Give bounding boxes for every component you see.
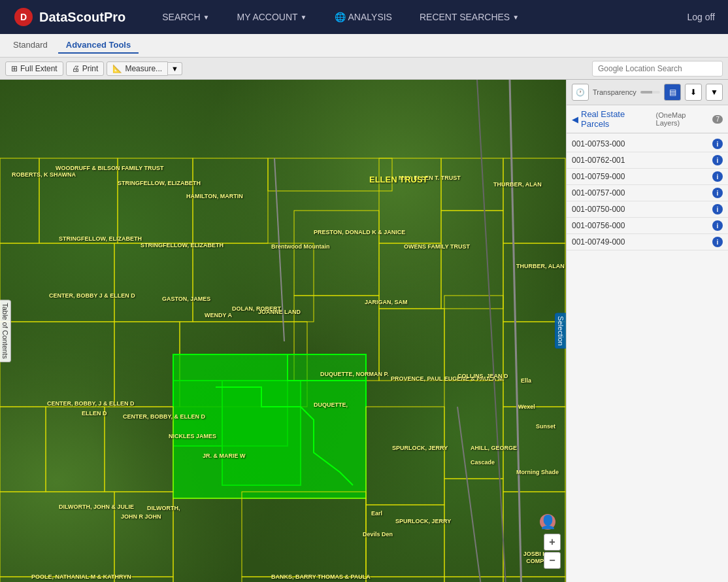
svg-rect-47 bbox=[503, 577, 565, 582]
svg-rect-3 bbox=[39, 158, 118, 243]
parcel-info-icon-3[interactable]: i bbox=[712, 188, 723, 198]
parcel-item-5[interactable]: 001-00756-000i bbox=[567, 218, 728, 234]
print-button[interactable]: 🖨 Print bbox=[66, 61, 105, 76]
svg-rect-39 bbox=[366, 505, 444, 577]
svg-rect-14 bbox=[379, 243, 441, 309]
street-view-icon[interactable]: 👤 bbox=[540, 514, 555, 530]
parcel-info-icon-6[interactable]: i bbox=[712, 237, 723, 247]
parcel-info-icon-2[interactable]: i bbox=[712, 171, 723, 182]
google-location-search-input[interactable] bbox=[592, 61, 723, 77]
svg-rect-11 bbox=[114, 243, 193, 322]
svg-rect-5 bbox=[193, 158, 268, 243]
svg-rect-13 bbox=[294, 211, 379, 296]
parcel-id-1: 001-00762-001 bbox=[572, 156, 708, 165]
parcel-item-0[interactable]: 001-00753-000i bbox=[567, 136, 728, 152]
svg-rect-29 bbox=[46, 407, 105, 492]
parcel-id-2: 001-00759-000 bbox=[572, 172, 708, 181]
parcel-item-3[interactable]: 001-00757-000i bbox=[567, 185, 728, 201]
tab-standard[interactable]: Standard bbox=[5, 37, 56, 54]
nav-analysis[interactable]: 🌐 ANALYSIS bbox=[331, 9, 396, 25]
parcel-item-4[interactable]: 001-00750-000i bbox=[567, 201, 728, 218]
analysis-globe-icon: 🌐 bbox=[335, 12, 346, 22]
measure-button[interactable]: 📐 Measure... bbox=[107, 61, 168, 76]
transparency-bar: 🕐 Transparency ▤ ⬇ ▼ bbox=[567, 80, 728, 105]
layers-title: Real Estate Parcels bbox=[581, 109, 654, 129]
google-search-area bbox=[592, 61, 723, 77]
selection-panel[interactable]: Selection bbox=[555, 313, 566, 349]
svg-rect-30 bbox=[105, 407, 173, 492]
layers-badge: 7 bbox=[712, 115, 723, 124]
parcel-id-3: 001-00757-000 bbox=[572, 188, 708, 197]
svg-rect-22 bbox=[444, 296, 503, 381]
parcel-info-icon-4[interactable]: i bbox=[712, 204, 723, 214]
measure-icon: 📐 bbox=[112, 64, 122, 73]
svg-rect-4 bbox=[118, 158, 193, 243]
layers-header[interactable]: ◀ Real Estate Parcels (OneMap Layers) 7 bbox=[572, 109, 723, 129]
svg-rect-8 bbox=[441, 158, 503, 211]
full-extent-icon: ⊞ bbox=[11, 64, 18, 73]
layer-view-icon[interactable]: ▤ bbox=[664, 84, 681, 101]
header: D DataScoutPro SEARCH ▼ MY ACCOUNT ▼ 🌐 A… bbox=[0, 0, 728, 34]
logoff-button[interactable]: Log off bbox=[687, 12, 715, 22]
svg-rect-16 bbox=[503, 243, 565, 322]
parcel-id-4: 001-00750-000 bbox=[572, 205, 708, 214]
print-icon: 🖨 bbox=[72, 64, 80, 73]
parcel-item-6[interactable]: 001-00749-000i bbox=[567, 234, 728, 250]
svg-rect-44 bbox=[242, 577, 366, 582]
transparency-slider[interactable] bbox=[640, 91, 660, 94]
svg-rect-7 bbox=[379, 158, 441, 243]
nav-my-account[interactable]: MY ACCOUNT ▼ bbox=[233, 9, 311, 25]
zoom-in-button[interactable]: + bbox=[544, 534, 561, 551]
svg-rect-21 bbox=[379, 309, 444, 381]
right-sidebar: 🕐 Transparency ▤ ⬇ ▼ ◀ Real Estate Parce… bbox=[566, 80, 728, 582]
parcel-info-icon-0[interactable]: i bbox=[712, 139, 723, 149]
svg-rect-34 bbox=[503, 407, 565, 492]
zoom-out-button[interactable]: − bbox=[544, 552, 561, 569]
map-history-icon[interactable]: 🕐 bbox=[572, 84, 589, 101]
transparency-label: Transparency bbox=[593, 88, 637, 96]
logo-icon: D bbox=[13, 7, 34, 27]
parcel-item-2[interactable]: 001-00759-000i bbox=[567, 169, 728, 185]
layer-collapse-icon: ◀ bbox=[572, 114, 578, 124]
download-icon[interactable]: ⬇ bbox=[685, 84, 702, 101]
tabs-row: Standard Advanced Tools bbox=[0, 34, 728, 58]
map-area[interactable]: ROBERTS, K SHAWNAWOODRUFF & BILSON FAMIL… bbox=[0, 80, 566, 582]
svg-rect-45 bbox=[366, 577, 444, 582]
parcel-info-icon-5[interactable]: i bbox=[712, 220, 723, 231]
svg-rect-18 bbox=[114, 322, 180, 407]
logo-text: DataScoutPro bbox=[39, 10, 125, 25]
map-toolbar: ⊞ Full Extent 🖨 Print 📐 Measure... ▼ bbox=[0, 58, 728, 80]
svg-rect-36 bbox=[114, 492, 173, 577]
more-options-icon[interactable]: ▼ bbox=[706, 84, 723, 101]
tab-advanced-tools[interactable]: Advanced Tools bbox=[58, 37, 139, 54]
svg-rect-6 bbox=[268, 158, 392, 191]
nav-search[interactable]: SEARCH ▼ bbox=[158, 9, 213, 25]
full-extent-button[interactable]: ⊞ Full Extent bbox=[5, 61, 63, 76]
parcel-id-6: 001-00749-000 bbox=[572, 237, 708, 247]
recent-searches-arrow-icon: ▼ bbox=[512, 14, 519, 21]
parcel-id-0: 001-00753-000 bbox=[572, 139, 708, 148]
measure-dropdown-button[interactable]: ▼ bbox=[168, 62, 182, 75]
map-svg bbox=[0, 80, 566, 582]
toc-panel[interactable]: Table of Contents bbox=[0, 300, 11, 362]
svg-rect-10 bbox=[0, 243, 114, 322]
parcel-list: 001-00753-000i001-00762-001i001-00759-00… bbox=[567, 133, 728, 582]
svg-rect-35 bbox=[0, 492, 114, 577]
layers-subtitle: (OneMap Layers) bbox=[656, 111, 710, 127]
svg-rect-17 bbox=[0, 322, 114, 407]
parcel-item-1[interactable]: 001-00762-001i bbox=[567, 152, 728, 169]
main-content: ROBERTS, K SHAWNAWOODRUFF & BILSON FAMIL… bbox=[0, 80, 728, 582]
logo-area: D DataScoutPro bbox=[13, 7, 125, 27]
svg-rect-15 bbox=[441, 211, 503, 309]
svg-rect-38 bbox=[242, 492, 366, 577]
my-account-arrow-icon: ▼ bbox=[301, 14, 307, 21]
svg-rect-46 bbox=[444, 577, 503, 582]
parcel-info-icon-1[interactable]: i bbox=[712, 155, 723, 165]
svg-rect-2 bbox=[0, 158, 39, 243]
selection-label: Selection bbox=[557, 316, 565, 345]
search-arrow-icon: ▼ bbox=[203, 14, 210, 21]
nav-recent-searches[interactable]: RECENT SEARCHES ▼ bbox=[416, 9, 523, 25]
parcel-id-5: 001-00756-000 bbox=[572, 221, 708, 230]
zoom-controls: + − bbox=[544, 534, 561, 569]
measure-button-group: 📐 Measure... ▼ bbox=[107, 61, 182, 76]
